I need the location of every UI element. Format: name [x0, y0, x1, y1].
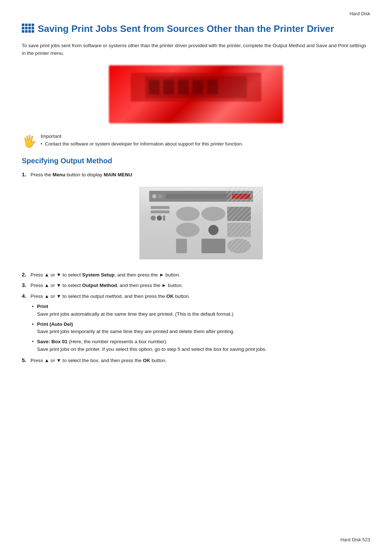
step-4-bullets: Print Save print jobs automatically at t… [32, 303, 370, 353]
page-title-container: Saving Print Jobs Sent from Sources Othe… [22, 23, 370, 35]
important-icon: 🖐 [22, 134, 37, 149]
blurred-printer-image [109, 65, 283, 123]
printer-panel-image [139, 187, 263, 259]
bullet-print-auto-del: Print (Auto Del) Save print jobs tempora… [32, 321, 370, 336]
section1-title: Specifying Output Method [22, 157, 370, 165]
step-2-number: 2. [22, 271, 29, 278]
header-top-label: Hard Disk [22, 11, 370, 16]
step-1-number: 1. [22, 171, 29, 177]
bullet-save-box-desc: Save print jobs on the printer. If you s… [37, 346, 267, 352]
step-4-text: Press ▲ or ▼ to select the output method… [30, 292, 190, 300]
step-4: 4. Press ▲ or ▼ to select the output met… [22, 292, 370, 300]
step-3-number: 3. [22, 282, 29, 288]
step-5-number: 5. [22, 357, 29, 363]
important-section: 🖐 Important Contact the software or syst… [22, 134, 370, 149]
step-4-number: 4. [22, 293, 29, 299]
title-icon [22, 24, 34, 33]
step-5: 5. Press ▲ or ▼ to select the box, and t… [22, 357, 370, 365]
page-title: Saving Print Jobs Sent from Sources Othe… [38, 23, 334, 35]
bullet-print: Print Save print jobs automatically at t… [32, 303, 370, 318]
step-1-text: Press the Menu button to display MAIN ME… [30, 171, 134, 179]
bullet-save-box-extra: (Here, the number represents a box numbe… [68, 339, 166, 344]
important-label: Important [41, 134, 243, 139]
important-content: Important Contact the software or system… [41, 134, 243, 148]
step-3: 3. Press ▲ or ▼ to select Output Method,… [22, 282, 370, 290]
footer-label: Hard Disk 523 [340, 537, 370, 542]
intro-text: To save print jobs sent from software or… [22, 42, 370, 57]
step-1: 1. Press the Menu button to display MAIN… [22, 171, 370, 179]
bullet-print-auto-del-desc: Save print jobs temporarily at the same … [37, 329, 234, 334]
step-2-text: Press ▲ or ▼ to select System Setup, and… [30, 271, 180, 279]
step-5-text: Press ▲ or ▼ to select the box, and then… [30, 357, 167, 365]
step-2: 2. Press ▲ or ▼ to select System Setup, … [22, 271, 370, 279]
step-3-text: Press ▲ or ▼ to select Output Method, an… [30, 282, 183, 290]
hand-icon: 🖐 [22, 135, 37, 147]
bullet-save-box: Save: Box 01 (Here, the number represent… [32, 338, 370, 353]
bullet-print-desc: Save print jobs automatically at the sam… [37, 311, 233, 317]
important-bullet: Contact the software or system developer… [41, 140, 243, 148]
